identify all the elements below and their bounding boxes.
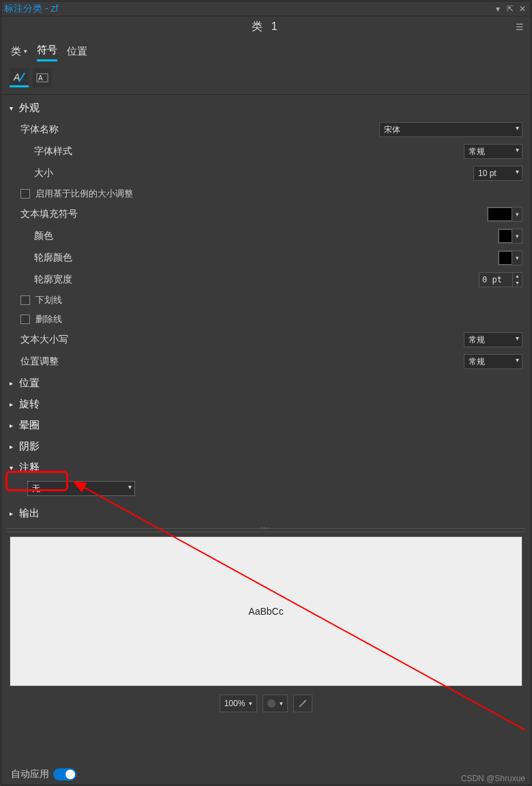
text-format-icon[interactable]: A [10, 68, 29, 87]
sub-header: 类 1 ☰ [1, 16, 531, 37]
footer: 自动应用 [1, 766, 531, 785]
pin-icon[interactable]: ⇱ [505, 4, 516, 14]
text-case-select[interactable]: 常规 [464, 332, 522, 347]
zoom-select[interactable]: 100%▾ [220, 695, 258, 712]
window-title: 标注分类 - zf [4, 3, 491, 15]
outline-width-input[interactable] [479, 273, 512, 287]
svg-text:A: A [38, 74, 43, 82]
underline-checkbox[interactable] [20, 295, 30, 305]
section-notes[interactable]: ▾注释 [7, 457, 525, 478]
row-outline-width: 轮廓宽度 ▲▼ [7, 269, 525, 291]
preview-controls: 100%▾ ▾ [7, 686, 525, 718]
watermark: CSDN @Shruxue [461, 774, 525, 783]
mode-buttons: A A [1, 66, 531, 95]
symbol-panel: 标注分类 - zf ▾ ⇱ ✕ 类 1 ☰ 类▾ 符号 位置 A A ▾外观 字… [1, 1, 531, 785]
outline-color-swatch[interactable]: ▾ [498, 250, 522, 265]
row-outline-color: 轮廓颜色 ▾ [7, 247, 525, 269]
font-name-select[interactable]: 宋体 [379, 122, 522, 137]
class-title: 类 1 [252, 20, 280, 34]
outline-width-spinner[interactable]: ▲▼ [479, 272, 522, 287]
row-text-case: 文本大小写 常规 [7, 329, 525, 351]
scale-checkbox[interactable] [20, 189, 30, 199]
spin-down-icon[interactable]: ▼ [513, 280, 522, 287]
close-icon[interactable]: ✕ [517, 4, 528, 14]
row-font-name: 字体名称 宋体 [7, 119, 525, 141]
text-frame-icon[interactable]: A [33, 68, 52, 87]
pos-adj-select[interactable]: 常规 [464, 354, 522, 369]
text-fill-swatch[interactable]: ▾ [487, 207, 522, 222]
preview-area: AaBbCc [10, 536, 522, 686]
hamburger-icon[interactable]: ☰ [516, 22, 524, 32]
row-font-style: 字体样式 常规 [7, 141, 525, 162]
row-size: 大小 10 pt [7, 162, 525, 184]
section-output[interactable]: ▸输出 [7, 503, 525, 524]
font-style-select[interactable]: 常规 [464, 144, 522, 159]
tab-symbol[interactable]: 符号 [37, 44, 57, 61]
size-select[interactable]: 10 pt [473, 166, 522, 181]
auto-apply-label: 自动应用 [11, 768, 49, 781]
spin-up-icon[interactable]: ▲ [513, 273, 522, 280]
auto-apply-toggle[interactable] [53, 768, 76, 781]
row-underline: 下划线 [7, 291, 525, 310]
titlebar: 标注分类 - zf ▾ ⇱ ✕ [1, 1, 531, 16]
section-halo[interactable]: ▸晕圈 [7, 415, 525, 436]
preview-color-button[interactable]: ▾ [263, 695, 288, 712]
scale-label: 启用基于比例的大小调整 [35, 188, 133, 200]
row-strike: 删除线 [7, 310, 525, 329]
tab-bar: 类▾ 符号 位置 [1, 37, 531, 66]
notes-select-row: 无 [27, 481, 135, 496]
dropdown-icon[interactable]: ▾ [492, 4, 503, 14]
row-color: 颜色 ▾ [7, 225, 525, 247]
notes-select[interactable]: 无 [27, 481, 135, 496]
wand-icon[interactable] [293, 695, 312, 712]
color-swatch[interactable]: ▾ [498, 229, 522, 244]
chevron-down-icon: ▾ [24, 48, 27, 55]
tab-position[interactable]: 位置 [67, 44, 87, 61]
section-shadow[interactable]: ▸阴影 [7, 436, 525, 457]
tab-class[interactable]: 类▾ [11, 44, 27, 61]
strike-checkbox[interactable] [20, 315, 30, 324]
row-scale-checkbox: 启用基于比例的大小调整 [7, 184, 525, 203]
row-pos-adj: 位置调整 常规 [7, 351, 525, 373]
section-appearance[interactable]: ▾外观 [7, 98, 525, 119]
row-text-fill: 文本填充符号 ▾ [7, 203, 525, 225]
section-position[interactable]: ▸位置 [7, 373, 525, 394]
section-rotation[interactable]: ▸旋转 [7, 394, 525, 415]
preview-splitter[interactable] [7, 528, 525, 532]
properties-body: ▾外观 字体名称 宋体 字体样式 常规 大小 10 pt 启用基于比例的大小调整… [1, 95, 531, 766]
preview-text: AaBbCc [248, 606, 283, 617]
